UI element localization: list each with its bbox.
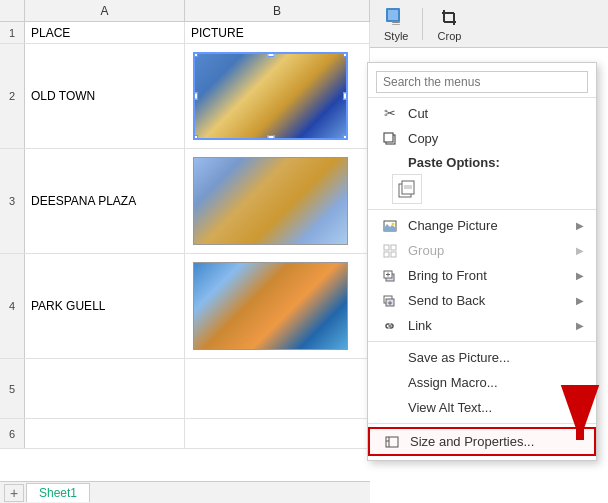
row-num: 1 [0,22,25,43]
menu-item-group[interactable]: Group ▶ [368,238,596,263]
cell-b2[interactable] [185,44,370,148]
menu-item-change-picture[interactable]: Change Picture ▶ [368,213,596,238]
change-picture-arrow: ▶ [576,220,584,231]
table-row: 3 DEESPANA PLAZA [0,149,370,254]
send-back-icon [380,294,400,308]
red-arrow-annotation [540,385,600,458]
menu-item-link[interactable]: Link ▶ [368,313,596,338]
image-old-town[interactable] [193,52,348,140]
cell-a6[interactable] [25,419,185,448]
style-icon [384,6,408,30]
toolbar: Style Crop [370,0,608,48]
svg-rect-19 [384,252,389,257]
row-num: 2 [0,44,25,148]
col-headers: A B [0,0,370,22]
svg-rect-1 [388,10,398,20]
cut-icon: ✂ [380,105,400,121]
menu-item-send-back[interactable]: Send to Back ▶ [368,288,596,313]
style-label: Style [384,30,408,42]
col-header-b: B [185,0,370,21]
row-num: 3 [0,149,25,253]
row-num: 5 [0,359,25,418]
group-arrow: ▶ [576,245,584,256]
cell-b1[interactable]: PICTURE [185,22,370,43]
menu-label-send-back: Send to Back [408,293,576,308]
menu-label-group: Group [408,243,576,258]
paste-icon-1[interactable] [392,174,422,204]
cell-a2[interactable]: OLD TOWN [25,44,185,148]
link-icon [380,319,400,333]
svg-rect-3 [392,24,400,25]
link-arrow: ▶ [576,320,584,331]
change-picture-icon [380,219,400,233]
menu-divider-1 [368,209,596,210]
table-row: 6 [0,419,370,449]
spreadsheet: A B 1 PLACE PICTURE 2 OLD TOWN 3 DEESPAN… [0,0,370,503]
svg-marker-15 [384,224,396,231]
menu-label-copy: Copy [408,131,584,146]
menu-label-cut: Cut [408,106,584,121]
cell-a4[interactable]: PARK GUELL [25,254,185,358]
row-num-header [0,0,25,21]
col-header-a: A [25,0,185,21]
svg-rect-18 [391,245,396,250]
style-button[interactable]: Style [378,4,414,44]
crop-icon [437,6,461,30]
cell-a5[interactable] [25,359,185,418]
row-num: 6 [0,419,25,448]
menu-search-container [368,67,596,98]
svg-rect-20 [391,252,396,257]
crop-button[interactable]: Crop [431,4,467,44]
svg-rect-30 [386,437,398,447]
paste-options-container: Paste Options: [368,151,596,206]
svg-rect-9 [384,133,393,142]
svg-point-16 [392,222,395,225]
menu-divider-2 [368,341,596,342]
cell-a3[interactable]: DEESPANA PLAZA [25,149,185,253]
send-back-arrow: ▶ [576,295,584,306]
cell-b6[interactable] [185,419,370,448]
toolbar-divider [422,8,423,40]
menu-label-link: Link [408,318,576,333]
sheet-tabs: + Sheet1 [0,481,370,503]
image-guell [193,262,348,350]
table-row: 2 OLD TOWN [0,44,370,149]
cell-a1[interactable]: PLACE [25,22,185,43]
size-properties-icon [382,435,402,449]
group-icon [380,244,400,258]
row-num: 4 [0,254,25,358]
image-deespana [193,157,348,245]
svg-rect-17 [384,245,389,250]
bring-front-icon [380,269,400,283]
menu-label-change-picture: Change Picture [408,218,576,233]
menu-item-copy[interactable]: Copy [368,126,596,151]
bring-front-arrow: ▶ [576,270,584,281]
menu-item-save-picture[interactable]: Save as Picture... [368,345,596,370]
menu-search-input[interactable] [376,71,588,93]
menu-item-bring-front[interactable]: Bring to Front ▶ [368,263,596,288]
add-sheet-button[interactable]: + [4,484,24,502]
crop-label: Crop [438,30,462,42]
menu-label-save-picture: Save as Picture... [408,350,584,365]
copy-icon [380,132,400,146]
cell-b3[interactable] [185,149,370,253]
table-row: 5 [0,359,370,419]
menu-label-bring-front: Bring to Front [408,268,576,283]
sheet-tab-1[interactable]: Sheet1 [26,483,90,502]
svg-rect-2 [392,21,400,23]
cell-b5[interactable] [185,359,370,418]
menu-item-cut[interactable]: ✂ Cut [368,100,596,126]
cell-b4[interactable] [185,254,370,358]
menu-label-paste: Paste Options: [380,155,584,170]
paste-icons [380,174,584,204]
table-row: 1 PLACE PICTURE [0,22,370,44]
table-row: 4 PARK GUELL [0,254,370,359]
